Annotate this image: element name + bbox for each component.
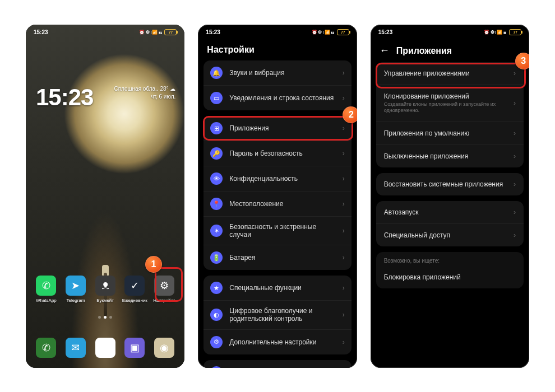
chevron-right-icon: › <box>343 94 345 102</box>
app-row: ✆WhatsApp ➤Telegram ᴥБукмейт ✓Ежедневник… <box>26 276 184 303</box>
gear-icon: ⚙ <box>210 336 223 348</box>
back-arrow-icon[interactable]: ← <box>380 45 390 57</box>
dock-camera[interactable]: ◉ <box>152 338 177 358</box>
screenshot-apps: 15:23 ⏰ ⚙ ᵢ 📶 ₁₁ 77 ← Приложения Управле… <box>371 25 529 368</box>
gallery-icon: ▣ <box>124 338 145 358</box>
weather-widget[interactable]: Сплошная обла.. 28° ☁ чт, 6 июл. <box>114 85 175 100</box>
apps-settings-list[interactable]: Управление приложениями› Клонирование пр… <box>371 62 529 288</box>
row-apps[interactable]: ⊞Приложения› <box>203 116 351 141</box>
battery-icon: 77 <box>509 29 521 35</box>
chevron-right-icon: › <box>343 284 345 292</box>
screenshot-settings: 15:23 ⏰ ⚙ ᵢ 📶 ₁₁ 77 Настройки 🔔Звуки и в… <box>198 25 357 368</box>
chevron-right-icon: › <box>514 99 516 107</box>
eye-icon: 👁 <box>210 172 223 185</box>
row-manage-apps[interactable]: Управление приложениями› <box>376 62 524 85</box>
chevron-right-icon: › <box>343 227 345 235</box>
status-time: 15:23 <box>34 29 48 35</box>
screenshot-home: 15:23 ⏰ ⚙ ᵢ 📶 ₁₁ 77 15:23 Сплошная обла.… <box>26 25 184 368</box>
status-bar: 15:23 ⏰ ⚙ ᵢ 📶 ₁₁ 77 <box>371 25 529 39</box>
chevron-right-icon: › <box>343 175 345 183</box>
chevron-right-icon: › <box>343 200 345 208</box>
chevron-right-icon: › <box>514 231 516 239</box>
battery-icon: 77 <box>337 29 349 35</box>
apps-icon: ⊞ <box>210 122 223 134</box>
chevron-right-icon: › <box>343 338 345 346</box>
page-indicator <box>26 316 184 319</box>
status-indicators: ⏰ ⚙ ᵢ 📶 ₁₁ 77 <box>139 29 177 35</box>
status-indicators: ⏰ ⚙ ᵢ 📶 ₁₁ 77 <box>484 29 521 35</box>
chevron-right-icon: › <box>343 124 345 132</box>
telegram-icon: ➤ <box>66 276 86 296</box>
messages-icon: ✉ <box>66 338 86 358</box>
battery-icon: 77 <box>164 29 177 35</box>
maybe-looking-for: Возможно, вы ищете: <box>376 252 524 266</box>
pin-icon: 📍 <box>210 198 223 210</box>
dock: ✆ ✉ Y ▣ ◉ <box>26 338 184 358</box>
bell-icon: 🔔 <box>210 67 223 79</box>
row-special[interactable]: ★Специальные функции› <box>203 276 351 300</box>
chevron-right-icon: › <box>343 69 345 77</box>
row-additional[interactable]: ⚙Дополнительные настройки› <box>203 329 351 354</box>
status-indicators: ⏰ ⚙ ᵢ 📶 ₁₁ 77 <box>312 29 349 35</box>
row-battery[interactable]: 🔋Батарея› <box>203 245 351 270</box>
app-bookmate[interactable]: ᴥБукмейт <box>93 276 118 303</box>
chevron-right-icon: › <box>514 180 516 188</box>
status-bar: 15:23 ⏰ ⚙ ᵢ 📶 ₁₁ 77 <box>26 25 184 39</box>
step-badge-2: 2 <box>343 106 357 123</box>
asterisk-icon: ✶ <box>210 225 223 237</box>
chevron-right-icon: › <box>514 152 516 160</box>
row-app-lock[interactable]: Блокировка приложений <box>376 266 524 288</box>
row-safety[interactable]: ✶Безопасность и экстренные случаи› <box>203 216 351 245</box>
planner-icon: ✓ <box>124 276 145 296</box>
row-about[interactable]: ⓘОб устройстве› <box>203 360 351 368</box>
whatsapp-icon: ✆ <box>36 276 56 296</box>
row-autostart[interactable]: Автозапуск› <box>376 201 524 223</box>
status-bar: 15:23 ⏰ ⚙ ᵢ 📶 ₁₁ 77 <box>198 25 357 39</box>
lock-clock: 15:23 <box>36 84 93 111</box>
chevron-right-icon: › <box>514 129 516 137</box>
chevron-right-icon: › <box>343 311 345 319</box>
chevron-right-icon: › <box>343 150 345 157</box>
step-badge-1: 1 <box>145 256 162 273</box>
bookmate-icon: ᴥ <box>95 276 115 296</box>
row-location[interactable]: 📍Местоположение› <box>203 191 351 216</box>
statusbar-icon: ▭ <box>210 92 223 104</box>
row-notifications[interactable]: ▭Уведомления и строка состояния› <box>203 85 351 110</box>
gear-icon: ⚙ <box>154 276 174 296</box>
camera-icon: ◉ <box>154 338 174 358</box>
wellbeing-icon: ◐ <box>210 309 223 321</box>
row-default-apps[interactable]: Приложения по умолчанию› <box>376 122 524 144</box>
key-icon: 🔑 <box>210 147 223 160</box>
dock-yandex[interactable]: Y <box>93 338 118 358</box>
settings-list[interactable]: 🔔Звуки и вибрация› ▭Уведомления и строка… <box>198 60 357 368</box>
page-title: Приложения <box>396 46 452 56</box>
app-planner[interactable]: ✓Ежедневник <box>122 276 147 303</box>
dock-messages[interactable]: ✉ <box>63 338 88 358</box>
status-time: 15:23 <box>206 29 220 35</box>
app-settings[interactable]: ⚙Настройки <box>152 276 177 303</box>
row-special-access[interactable]: Специальный доступ› <box>376 223 524 246</box>
dock-phone[interactable]: ✆ <box>34 338 58 358</box>
battery-icon: 🔋 <box>210 251 223 264</box>
row-sounds[interactable]: 🔔Звуки и вибрация› <box>203 60 351 85</box>
row-privacy[interactable]: 👁Конфиденциальность› <box>203 166 351 191</box>
chevron-right-icon: › <box>514 208 516 216</box>
info-icon: ⓘ <box>210 366 223 368</box>
chevron-right-icon: › <box>343 254 345 262</box>
row-clone-apps[interactable]: Клонирование приложенийСоздавайте клоны … <box>376 85 524 122</box>
chevron-right-icon: › <box>514 69 516 77</box>
row-disabled-apps[interactable]: Выключенные приложения› <box>376 144 524 167</box>
app-whatsapp[interactable]: ✆WhatsApp <box>34 276 58 303</box>
dock-gallery[interactable]: ▣ <box>122 338 147 358</box>
yandex-icon: Y <box>95 338 115 358</box>
row-restore-system-apps[interactable]: Восстановить системные приложения› <box>376 173 524 195</box>
star-icon: ★ <box>210 282 223 294</box>
phone-icon: ✆ <box>36 338 56 358</box>
app-telegram[interactable]: ➤Telegram <box>63 276 88 303</box>
row-password[interactable]: 🔑Пароль и безопасность› <box>203 141 351 166</box>
status-time: 15:23 <box>378 29 393 35</box>
step-badge-3: 3 <box>515 53 529 69</box>
row-wellbeing[interactable]: ◐Цифровое благополучие и родительский ко… <box>203 300 351 329</box>
